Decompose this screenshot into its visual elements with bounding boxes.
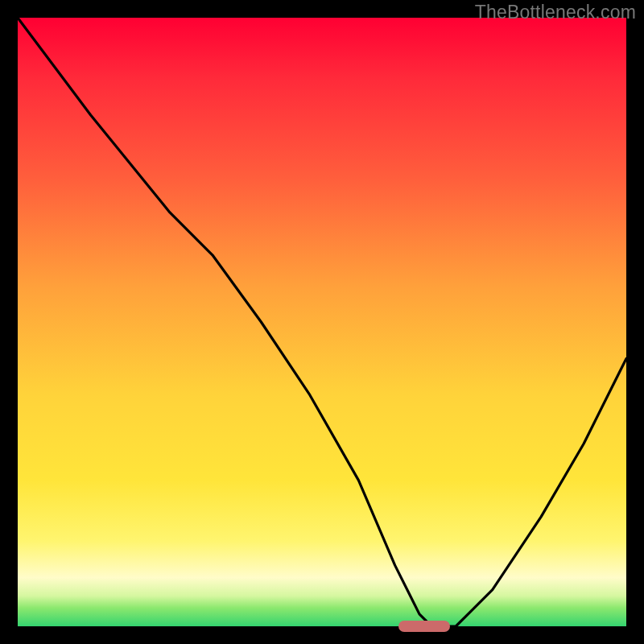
bottleneck-curve (18, 18, 626, 626)
optimal-range-marker (398, 621, 450, 632)
plot-area (18, 18, 626, 626)
watermark-text: TheBottleneck.com (475, 2, 636, 23)
chart-frame: TheBottleneck.com (0, 0, 644, 644)
